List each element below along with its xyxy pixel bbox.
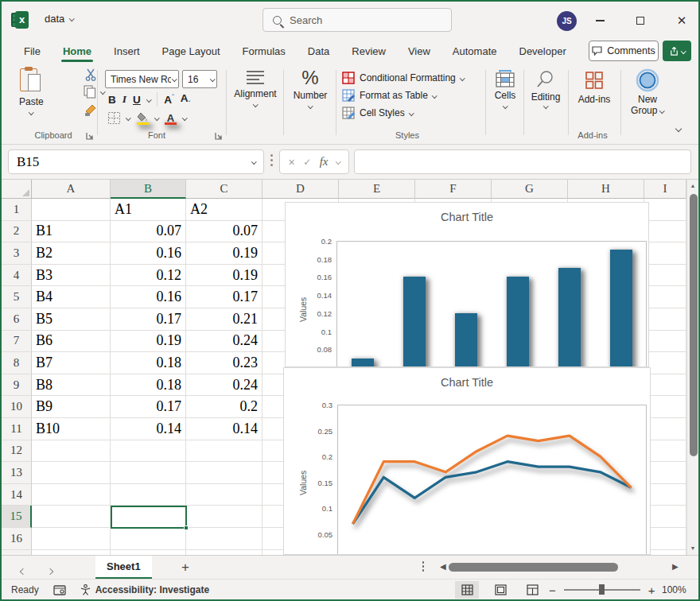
cancel-button[interactable]: × bbox=[288, 156, 294, 169]
paste-button[interactable]: Paste bbox=[19, 67, 44, 114]
cells-button[interactable]: Cells bbox=[488, 70, 522, 108]
cell-C16[interactable] bbox=[186, 528, 262, 550]
formula-bar-resize-handle[interactable] bbox=[270, 154, 273, 170]
cell-A3[interactable]: B2 bbox=[32, 242, 111, 265]
bar-6[interactable] bbox=[610, 250, 632, 367]
row-header-7[interactable]: 7 bbox=[2, 331, 32, 353]
accessibility-status[interactable]: Accessibility: Investigate bbox=[80, 584, 209, 595]
zoom-out-button[interactable]: − bbox=[549, 584, 556, 597]
minimize-button[interactable] bbox=[586, 10, 613, 32]
column-header-G[interactable]: G bbox=[492, 180, 568, 199]
cell-B4[interactable]: 0.12 bbox=[111, 265, 186, 287]
cell-I1[interactable] bbox=[644, 199, 686, 221]
new-group-button[interactable]: New Group bbox=[625, 68, 670, 116]
bar-1[interactable] bbox=[352, 359, 374, 367]
cell-I2[interactable] bbox=[644, 221, 686, 243]
cell-I4[interactable] bbox=[644, 265, 686, 287]
tab-formulas[interactable]: Formulas bbox=[231, 38, 297, 64]
font-size-select[interactable]: 16 bbox=[182, 70, 217, 88]
cell-C5[interactable]: 0.17 bbox=[186, 286, 262, 308]
cell-A13[interactable] bbox=[32, 462, 111, 484]
cell-I3[interactable] bbox=[644, 242, 686, 265]
bar-4[interactable] bbox=[507, 277, 529, 367]
cell-B9[interactable]: 0.18 bbox=[111, 374, 186, 397]
conditional-formatting-button[interactable]: Conditional Formatting bbox=[342, 72, 464, 84]
cell-B14[interactable] bbox=[111, 484, 186, 506]
cell-B16[interactable] bbox=[111, 528, 186, 550]
cell-A8[interactable]: B7 bbox=[32, 352, 111, 374]
font-dialog-launcher-icon[interactable] bbox=[215, 132, 223, 140]
tab-data[interactable]: Data bbox=[297, 38, 340, 64]
cell-C11[interactable]: 0.14 bbox=[186, 418, 262, 440]
cell-B12[interactable] bbox=[111, 440, 186, 463]
cell-B7[interactable]: 0.19 bbox=[111, 331, 186, 353]
select-all-corner[interactable] bbox=[2, 180, 32, 199]
borders-chevron-icon[interactable] bbox=[126, 115, 130, 120]
tab-review[interactable]: Review bbox=[340, 38, 397, 64]
fill-handle[interactable] bbox=[184, 525, 189, 530]
add-sheet-button[interactable]: + bbox=[175, 557, 196, 578]
cell-C4[interactable]: 0.19 bbox=[186, 265, 262, 287]
format-painter-button[interactable] bbox=[84, 103, 98, 119]
maximize-button[interactable] bbox=[627, 10, 654, 32]
font-color-chevron-icon[interactable] bbox=[182, 115, 187, 120]
row-header-9[interactable]: 9 bbox=[2, 374, 32, 397]
cut-button[interactable] bbox=[84, 68, 98, 83]
column-header-D[interactable]: D bbox=[262, 180, 339, 199]
column-header-H[interactable]: H bbox=[568, 180, 644, 199]
line-chart[interactable]: Chart Title Values 0.30.250.20.150.10.05 bbox=[283, 367, 651, 555]
row-header-4[interactable]: 4 bbox=[2, 265, 32, 287]
zoom-slider[interactable] bbox=[564, 589, 640, 591]
page-break-view-button[interactable] bbox=[520, 581, 544, 599]
tab-view[interactable]: View bbox=[397, 38, 441, 64]
tab-insert[interactable]: Insert bbox=[103, 38, 151, 64]
cell-I5[interactable] bbox=[644, 286, 686, 308]
row-header-16[interactable]: 16 bbox=[2, 528, 32, 550]
bold-button[interactable]: B bbox=[108, 94, 116, 106]
tab-home[interactable]: Home bbox=[52, 38, 103, 64]
cell-B6[interactable]: 0.17 bbox=[111, 308, 186, 331]
underline-chevron-icon[interactable] bbox=[146, 97, 151, 102]
font-color-button[interactable]: A bbox=[164, 112, 177, 124]
selected-cell-B15[interactable] bbox=[111, 506, 187, 529]
decrease-font-button[interactable]: Aˇ bbox=[181, 92, 190, 107]
share-button[interactable] bbox=[663, 41, 691, 61]
cell-B2[interactable]: 0.07 bbox=[111, 221, 186, 243]
avatar[interactable]: JS bbox=[557, 11, 577, 31]
font-name-select[interactable]: Times New Rom bbox=[105, 70, 179, 88]
fill-color-chevron-icon[interactable] bbox=[154, 115, 159, 120]
cell-A5[interactable]: B4 bbox=[32, 286, 111, 308]
zoom-in-button[interactable]: + bbox=[648, 584, 655, 597]
cell-C8[interactable]: 0.23 bbox=[186, 352, 262, 374]
row-header-12[interactable]: 12 bbox=[2, 440, 32, 463]
fill-color-button[interactable] bbox=[136, 112, 150, 124]
document-title[interactable]: data bbox=[45, 13, 74, 25]
tab-developer[interactable]: Developer bbox=[508, 38, 578, 64]
cell-B1[interactable]: A1 bbox=[111, 199, 186, 221]
cell-A6[interactable]: B5 bbox=[32, 308, 111, 331]
cell-C15[interactable] bbox=[186, 506, 262, 528]
column-header-F[interactable]: F bbox=[415, 180, 492, 199]
sheet-nav-left-icon[interactable] bbox=[21, 563, 25, 577]
excel-logo-icon[interactable]: x bbox=[11, 11, 29, 29]
close-button[interactable]: ✕ bbox=[668, 10, 695, 32]
cell-C2[interactable]: 0.07 bbox=[186, 221, 262, 243]
cell-A12[interactable] bbox=[32, 440, 111, 463]
italic-button[interactable]: I bbox=[122, 93, 126, 106]
alignment-button[interactable]: Alignment bbox=[231, 70, 280, 107]
cell-A7[interactable]: B6 bbox=[32, 331, 111, 353]
insert-function-button[interactable]: fx bbox=[320, 155, 329, 169]
horizontal-scrollbar-thumb[interactable] bbox=[449, 563, 618, 572]
sheet-nav-right-icon[interactable] bbox=[48, 563, 52, 577]
cell-C7[interactable]: 0.24 bbox=[186, 331, 262, 353]
column-header-I[interactable]: I bbox=[644, 180, 686, 199]
row-header-8[interactable]: 8 bbox=[2, 352, 32, 374]
bar-chart[interactable]: Chart Title Values 0.20.180.160.140.120.… bbox=[285, 202, 649, 367]
row-header-6[interactable]: 6 bbox=[2, 308, 32, 331]
bar-5[interactable] bbox=[558, 268, 581, 367]
cell-C3[interactable]: 0.19 bbox=[186, 242, 262, 265]
column-header-E[interactable]: E bbox=[339, 180, 415, 199]
cell-A11[interactable]: B10 bbox=[32, 418, 111, 440]
name-box[interactable]: B15 bbox=[8, 149, 264, 174]
row-header-11[interactable]: 11 bbox=[2, 418, 32, 440]
